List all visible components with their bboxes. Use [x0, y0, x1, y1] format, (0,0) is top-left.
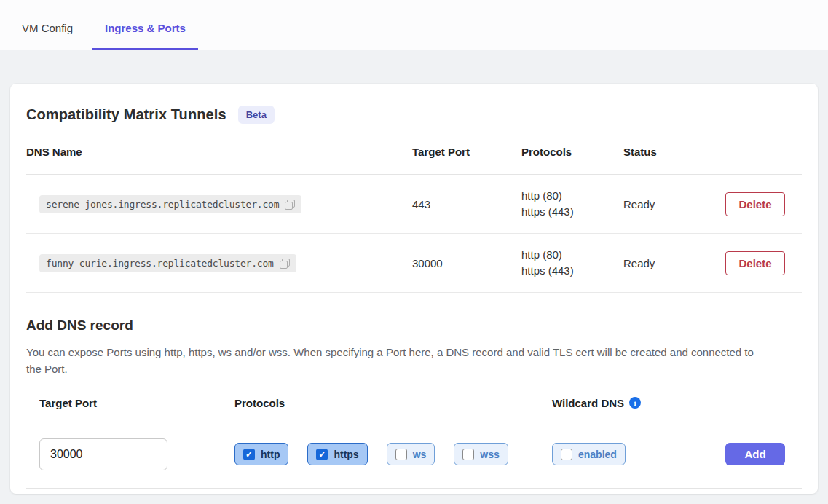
info-icon[interactable]: i — [629, 397, 641, 409]
wildcard-dns-control: enabled — [552, 443, 725, 465]
protocol-line: http (80) — [521, 188, 623, 204]
copy-icon[interactable] — [284, 199, 295, 210]
tab-ingress-ports[interactable]: Ingress & Ports — [92, 22, 198, 50]
protocol-line: https (443) — [521, 204, 623, 220]
protocol-checkbox-label: ws — [413, 449, 427, 460]
target-port-cell: 30000 — [412, 257, 521, 269]
beta-badge: Beta — [238, 106, 275, 124]
target-port-cell: 443 — [412, 198, 521, 210]
protocols-cell: http (80) https (443) — [521, 188, 623, 220]
protocol-line: https (443) — [521, 263, 623, 279]
dns-name-cell: funny-curie.ingress.replicatedcluster.co… — [26, 254, 412, 272]
copy-icon[interactable] — [279, 258, 290, 269]
protocol-checkbox-https[interactable]: https — [307, 443, 367, 465]
col-header-status: Status — [623, 131, 725, 174]
card-title-row: Compatibility Matrix Tunnels Beta — [26, 106, 802, 124]
add-button[interactable]: Add — [725, 443, 785, 465]
tunnels-card: Compatibility Matrix Tunnels Beta DNS Na… — [10, 84, 818, 494]
protocol-checkbox-label: https — [334, 449, 358, 460]
dns-name-pill: funny-curie.ingress.replicatedcluster.co… — [39, 254, 296, 272]
tab-bar: VM Config Ingress & Ports — [0, 0, 828, 50]
col-header-target-port: Target Port — [412, 131, 521, 174]
wildcard-dns-label-text: Wildcard DNS — [552, 397, 624, 409]
protocols-label: Protocols — [234, 397, 552, 409]
protocols-cell: http (80) https (443) — [521, 247, 623, 279]
tab-vm-config[interactable]: VM Config — [9, 22, 85, 50]
card-title: Compatibility Matrix Tunnels — [26, 106, 226, 123]
delete-button[interactable]: Delete — [725, 251, 785, 275]
add-dns-record-title: Add DNS record — [26, 318, 802, 334]
dns-name-cell: serene-jones.ingress.replicatedcluster.c… — [26, 195, 412, 213]
wildcard-enabled-checkbox[interactable]: enabled — [552, 443, 626, 465]
protocol-checkbox-ws[interactable]: ws — [387, 443, 435, 465]
col-header-actions — [725, 138, 802, 168]
checkbox-icon — [243, 449, 255, 460]
protocol-line: http (80) — [521, 247, 623, 263]
form-controls-row: http https ws wss enabled Add — [26, 422, 802, 489]
dns-name-text: serene-jones.ingress.replicatedcluster.c… — [46, 199, 279, 210]
table-row: funny-curie.ingress.replicatedcluster.co… — [26, 234, 802, 293]
add-dns-record-description: You can expose Ports using http, https, … — [26, 344, 762, 378]
add-button-cell: Add — [725, 443, 802, 465]
target-port-field-wrap — [26, 438, 234, 470]
dns-name-text: funny-curie.ingress.replicatedcluster.co… — [46, 258, 274, 269]
checkbox-icon — [462, 449, 474, 460]
checkbox-icon — [395, 449, 407, 460]
checkbox-icon — [316, 449, 328, 460]
wildcard-enabled-label: enabled — [578, 449, 617, 460]
target-port-input[interactable] — [39, 438, 167, 470]
table-header-row: DNS Name Target Port Protocols Status — [26, 131, 802, 175]
checkbox-icon — [561, 449, 572, 460]
target-port-label: Target Port — [26, 397, 234, 409]
status-cell: Ready — [623, 257, 725, 269]
protocol-checkbox-label: http — [261, 449, 280, 460]
protocol-checkbox-wss[interactable]: wss — [454, 443, 508, 465]
protocol-checkbox-http[interactable]: http — [234, 443, 288, 465]
dns-name-pill: serene-jones.ingress.replicatedcluster.c… — [39, 195, 301, 213]
wildcard-dns-label: Wildcard DNS i — [552, 397, 725, 409]
form-labels-row: Target Port Protocols Wildcard DNS i — [26, 397, 802, 422]
col-header-protocols: Protocols — [521, 131, 623, 174]
delete-button[interactable]: Delete — [725, 192, 785, 216]
col-header-dns-name: DNS Name — [26, 131, 412, 174]
actions-cell: Delete — [725, 251, 802, 275]
status-cell: Ready — [623, 198, 725, 210]
actions-cell: Delete — [725, 192, 802, 216]
table-row: serene-jones.ingress.replicatedcluster.c… — [26, 175, 802, 234]
protocols-checkbox-group: http https ws wss — [234, 443, 552, 465]
protocol-checkbox-label: wss — [480, 449, 499, 460]
